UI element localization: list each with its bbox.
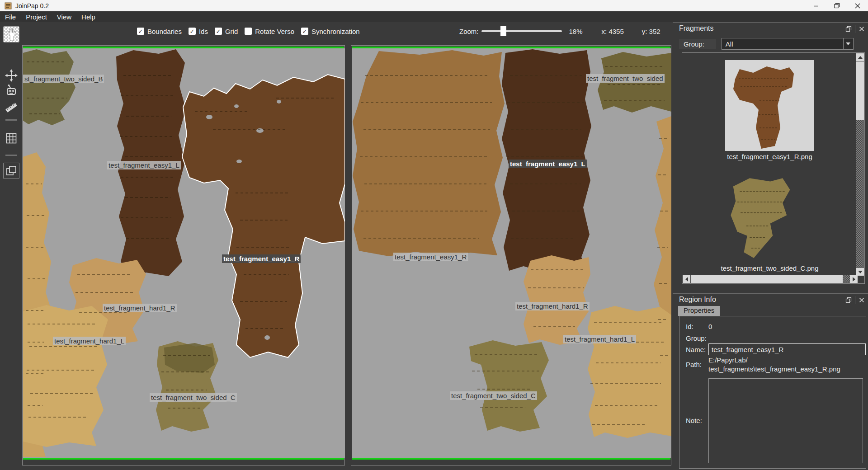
- name-input[interactable]: [708, 343, 866, 355]
- boundary-line-top: [352, 47, 670, 48]
- scroll-right-button[interactable]: [850, 275, 858, 283]
- grid-tool-button[interactable]: [3, 130, 19, 146]
- checkbox-synchronization[interactable]: ✓Synchronization: [301, 28, 360, 35]
- fragment-label[interactable]: test_fragment_hard1_R: [103, 304, 177, 312]
- zoom-label: Zoom:: [459, 28, 479, 35]
- fragment-easy1-R-verso-shape[interactable]: [353, 50, 505, 257]
- menu-project[interactable]: Project: [21, 12, 52, 22]
- fragment-thumbnail-easy1-R[interactable]: [725, 60, 814, 151]
- pages-icon: [5, 164, 18, 177]
- float-panel-button[interactable]: [843, 295, 854, 305]
- fragment-list: test_fragment_easy1_R.png test_fragment_…: [682, 52, 865, 284]
- fragment-thumbnail-two-sided-C[interactable]: [717, 170, 803, 263]
- zoom-row: Zoom: 18% x: 4355 y: 352: [459, 26, 660, 36]
- fragment-thumbnail-caption: test_fragment_easy1_R.png: [700, 153, 839, 160]
- fragment-list-vscrollbar[interactable]: [856, 53, 864, 276]
- hand-icon: [5, 28, 17, 41]
- group-row: Group: All: [679, 38, 854, 50]
- menu-help[interactable]: Help: [76, 12, 100, 22]
- checked-checkbox-icon: ✓: [137, 28, 144, 35]
- group-dropdown-arrow[interactable]: [843, 38, 853, 49]
- title-bar: JoinPap 0.2: [0, 0, 868, 11]
- boundary-line-top: [23, 47, 344, 48]
- robot-icon: [5, 84, 18, 97]
- close-button[interactable]: [847, 0, 868, 11]
- checkbox-grid[interactable]: ✓Grid: [215, 28, 238, 35]
- id-label: Id:: [686, 323, 693, 330]
- note-textarea[interactable]: [708, 378, 863, 463]
- close-icon: [859, 26, 864, 32]
- fragment-label[interactable]: test_fragment_two_sided_C: [450, 391, 537, 400]
- vscroll-track[interactable]: [856, 120, 864, 268]
- verso-canvas: test_fragment_two_sidedtest_fragment_eas…: [351, 45, 671, 465]
- checkbox-label: Grid: [225, 28, 238, 35]
- window-title: JoinPap 0.2: [15, 2, 49, 9]
- fragment-label[interactable]: st_fragment_two_sided_B: [23, 75, 104, 83]
- restore-button[interactable]: [826, 0, 847, 11]
- fragment-label[interactable]: test_fragment_easy1_R: [393, 253, 468, 261]
- checkbox-label: Synchronization: [311, 28, 360, 35]
- fragment-hard1-L-verso-shape[interactable]: [588, 306, 671, 438]
- hand-tool-button[interactable]: [3, 26, 19, 42]
- region-panel-titlebar: Region Info: [673, 293, 868, 306]
- path-value-line2: test_fragments\test_fragment_easy1_R.png: [708, 365, 840, 373]
- scroll-down-button[interactable]: [856, 268, 864, 276]
- checkbox-label: Boundaries: [147, 28, 182, 35]
- checked-checkbox-icon: ✓: [301, 28, 308, 35]
- zoom-slider[interactable]: [481, 30, 562, 32]
- float-icon: [845, 297, 852, 303]
- compare-tool-button[interactable]: [3, 163, 19, 179]
- boundary-line-bottom: [23, 458, 344, 460]
- menu-file[interactable]: File: [0, 12, 21, 22]
- app-icon: [5, 2, 12, 9]
- menu-bar: FileProjectViewHelp: [0, 11, 868, 22]
- close-panel-button[interactable]: [856, 24, 867, 33]
- fragment-label[interactable]: test_fragment_easy1_R: [222, 254, 301, 263]
- region-panel-title: Region Info: [679, 296, 716, 304]
- auto-match-tool-button[interactable]: [3, 82, 19, 99]
- hscroll-track[interactable]: [843, 275, 850, 283]
- fragment-two-sided-C-verso-shape[interactable]: [469, 340, 549, 432]
- fragment-hard1-R-verso-shape[interactable]: [524, 255, 590, 345]
- ruler-tool-button[interactable]: [3, 99, 19, 116]
- move-tool-button[interactable]: [3, 67, 19, 84]
- fragment-label[interactable]: test_fragment_hard1_L: [53, 337, 126, 345]
- vscroll-thumb[interactable]: [856, 61, 864, 120]
- hscroll-thumb[interactable]: [691, 275, 843, 283]
- fragment-label[interactable]: test_fragment_easy1_L: [509, 160, 587, 168]
- path-value-line1: E:/PapyrLab/: [708, 356, 748, 364]
- checkbox-boundaries[interactable]: ✓Boundaries: [137, 28, 182, 35]
- fragments-panel: Fragments Group: All: [673, 22, 868, 288]
- scroll-left-button[interactable]: [683, 275, 690, 283]
- fragment-label[interactable]: test_fragment_two_sided_C: [150, 393, 237, 402]
- checkbox-rotate-verso[interactable]: Rotate Verso: [245, 28, 294, 35]
- zoom-slider-handle[interactable]: [500, 26, 506, 36]
- fragment-hard1-L-shape[interactable]: [23, 305, 108, 447]
- boundary-line-bottom: [352, 458, 670, 460]
- fragment-label[interactable]: test_fragment_two_sided: [586, 74, 665, 83]
- properties-box: Id: 0 Group: Name: Path: E:/PapyrLab/ te…: [679, 316, 866, 469]
- group-label: Group:: [686, 334, 707, 342]
- recto-scene[interactable]: st_fragment_two_sided_Btest_fragment_eas…: [23, 48, 345, 458]
- close-panel-button[interactable]: [856, 295, 867, 305]
- tab-properties[interactable]: Properties: [678, 306, 720, 316]
- cursor-x-readout: x: 4355: [602, 28, 624, 35]
- zoom-percent: 18%: [569, 28, 583, 35]
- verso-scene[interactable]: test_fragment_two_sidedtest_fragment_eas…: [352, 48, 671, 458]
- view-options-row: ✓Boundaries✓Ids✓GridRotate Verso✓Synchro…: [137, 26, 360, 36]
- toolbar-separator: [5, 155, 17, 156]
- checkbox-ids[interactable]: ✓Ids: [189, 28, 208, 35]
- path-label: Path:: [686, 361, 702, 368]
- fragment-list-hscrollbar[interactable]: [683, 275, 858, 283]
- minimize-button[interactable]: [806, 0, 826, 11]
- close-icon: [859, 297, 864, 303]
- scroll-up-button[interactable]: [856, 53, 864, 61]
- float-panel-button[interactable]: [843, 24, 854, 33]
- fragment-label[interactable]: test_fragment_hard1_R: [515, 302, 590, 310]
- application-window: JoinPap 0.2 FileProjectViewHelp ✓Boundar…: [0, 0, 868, 470]
- group-dropdown[interactable]: All: [722, 38, 854, 50]
- fragment-label[interactable]: test_fragment_easy1_L: [107, 161, 181, 169]
- checkbox-label: Ids: [199, 28, 208, 35]
- menu-view[interactable]: View: [52, 12, 76, 22]
- fragment-label[interactable]: test_fragment_hard1_L: [563, 335, 636, 343]
